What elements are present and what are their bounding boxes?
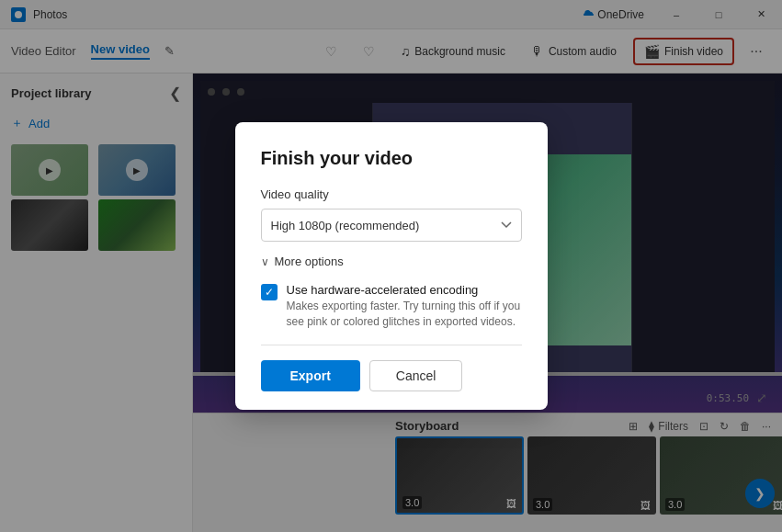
finish-video-modal: Finish your video Video quality High 108… — [235, 122, 548, 410]
hardware-accel-checkbox[interactable]: ✓ — [261, 284, 278, 300]
more-options-chevron-icon: ∨ — [261, 255, 269, 268]
modal-divider — [261, 345, 522, 345]
modal-actions: Export Cancel — [261, 360, 522, 391]
quality-select[interactable]: High 1080p (recommended) Medium 720p Low… — [261, 209, 522, 242]
modal-overlay: Finish your video Video quality High 108… — [0, 0, 782, 532]
export-button[interactable]: Export — [261, 360, 360, 391]
quality-select-wrapper: High 1080p (recommended) Medium 720p Low… — [261, 209, 522, 242]
hardware-accel-main-label: Use hardware-accelerated encoding — [287, 283, 522, 297]
more-options-row[interactable]: ∨ More options — [261, 255, 522, 268]
quality-label: Video quality — [261, 187, 522, 201]
more-options-label: More options — [275, 255, 344, 268]
hardware-accel-row: ✓ Use hardware-accelerated encoding Make… — [261, 283, 522, 330]
cancel-button[interactable]: Cancel — [369, 360, 463, 391]
checkmark-icon: ✓ — [265, 287, 274, 298]
modal-title: Finish your video — [261, 148, 522, 169]
hardware-accel-labels: Use hardware-accelerated encoding Makes … — [287, 283, 522, 330]
hardware-accel-sub-label: Makes exporting faster. Try turning this… — [287, 299, 522, 330]
